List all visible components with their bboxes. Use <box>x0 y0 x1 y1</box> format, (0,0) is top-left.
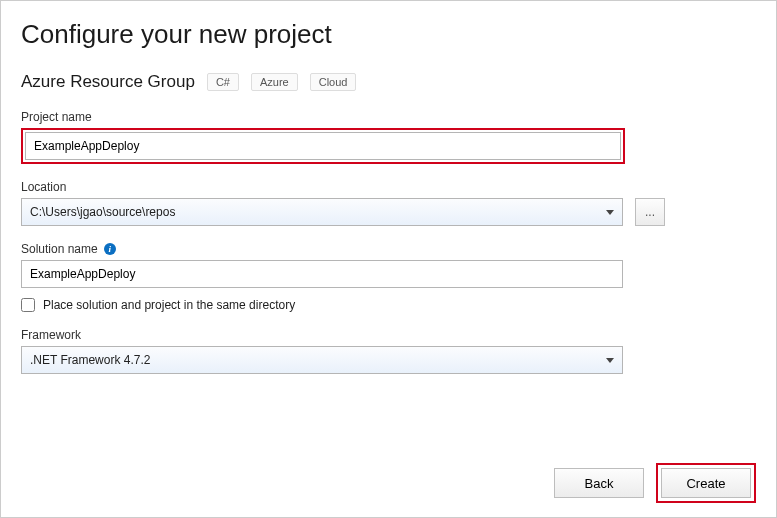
chevron-down-icon <box>606 358 614 363</box>
footer-buttons: Back Create <box>554 463 756 503</box>
same-directory-label: Place solution and project in the same d… <box>43 298 295 312</box>
create-button[interactable]: Create <box>661 468 751 498</box>
solution-name-label: Solution name i <box>21 242 756 256</box>
tag-csharp: C# <box>207 73 239 91</box>
solution-name-label-text: Solution name <box>21 242 98 256</box>
same-directory-checkbox[interactable] <box>21 298 35 312</box>
template-row: Azure Resource Group C# Azure Cloud <box>21 72 756 92</box>
project-name-label: Project name <box>21 110 756 124</box>
project-name-field: Project name <box>21 110 756 164</box>
template-name: Azure Resource Group <box>21 72 195 92</box>
project-name-input[interactable] <box>25 132 621 160</box>
solution-name-field: Solution name i Place solution and proje… <box>21 242 756 312</box>
location-field: Location C:\Users\jgao\source\repos ... <box>21 180 756 226</box>
framework-label: Framework <box>21 328 756 342</box>
location-value: C:\Users\jgao\source\repos <box>30 205 175 219</box>
create-highlight: Create <box>656 463 756 503</box>
location-combo[interactable]: C:\Users\jgao\source\repos <box>21 198 623 226</box>
info-icon: i <box>104 243 116 255</box>
tag-azure: Azure <box>251 73 298 91</box>
location-label: Location <box>21 180 756 194</box>
tag-cloud: Cloud <box>310 73 357 91</box>
framework-value: .NET Framework 4.7.2 <box>30 353 150 367</box>
browse-button[interactable]: ... <box>635 198 665 226</box>
page-title: Configure your new project <box>21 19 756 50</box>
framework-combo[interactable]: .NET Framework 4.7.2 <box>21 346 623 374</box>
framework-field: Framework .NET Framework 4.7.2 <box>21 328 756 374</box>
chevron-down-icon <box>606 210 614 215</box>
solution-name-input[interactable] <box>21 260 623 288</box>
project-name-highlight <box>21 128 625 164</box>
same-directory-row[interactable]: Place solution and project in the same d… <box>21 298 756 312</box>
back-button[interactable]: Back <box>554 468 644 498</box>
